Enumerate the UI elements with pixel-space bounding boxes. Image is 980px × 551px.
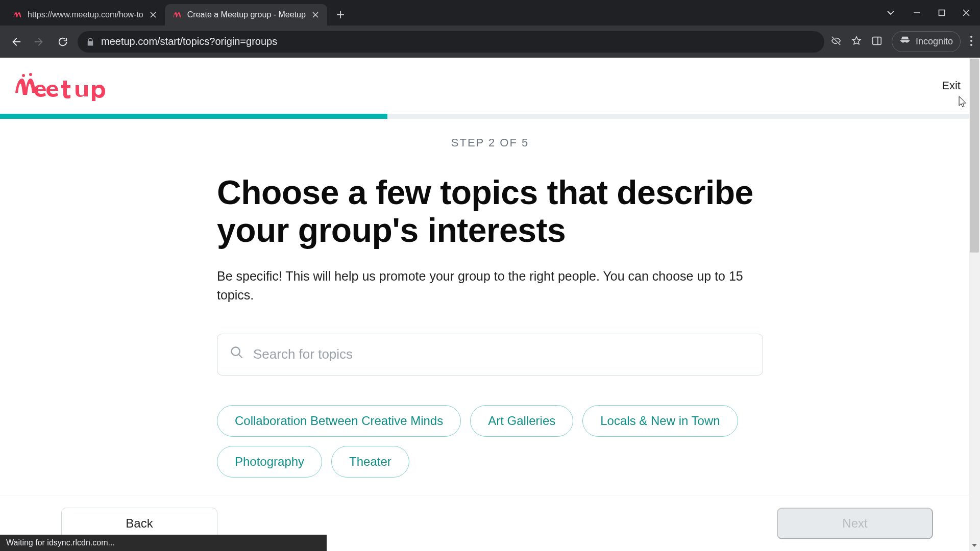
star-icon[interactable] xyxy=(851,35,862,48)
svg-point-6 xyxy=(29,73,32,76)
window-close-icon[interactable] xyxy=(963,9,970,16)
topic-chip[interactable]: Photography xyxy=(217,446,322,478)
viewport: Exit STEP 2 OF 5 Choose a few topics tha… xyxy=(0,58,980,551)
tab-title: https://www.meetup.com/how-to xyxy=(28,10,143,19)
reload-icon[interactable] xyxy=(54,33,71,51)
minimize-icon[interactable] xyxy=(913,9,921,17)
address-bar: meetup.com/start/topics?origin=groups In… xyxy=(0,26,980,58)
next-button[interactable]: Next xyxy=(777,508,933,539)
eye-off-icon[interactable] xyxy=(830,35,842,48)
search-input[interactable] xyxy=(253,346,750,362)
svg-point-3 xyxy=(970,40,972,42)
meetup-favicon-icon xyxy=(12,10,22,20)
omnibox[interactable]: meetup.com/start/topics?origin=groups xyxy=(78,31,824,53)
scroll-down-icon[interactable] xyxy=(969,540,980,551)
panel-icon[interactable] xyxy=(871,35,883,48)
toolbar-right: Incognito xyxy=(830,31,973,52)
svg-point-5 xyxy=(22,74,25,77)
window-controls xyxy=(886,0,980,26)
page-header: Exit xyxy=(0,58,980,114)
maximize-icon[interactable] xyxy=(938,9,945,16)
svg-point-2 xyxy=(970,36,972,38)
status-text: Waiting for idsync.rlcdn.com... xyxy=(0,535,327,551)
search-icon xyxy=(230,345,244,363)
tab-title: Create a Meetup group - Meetup xyxy=(187,10,306,19)
tab-item[interactable]: https://www.meetup.com/how-to xyxy=(5,4,165,26)
step-label: STEP 2 OF 5 xyxy=(217,136,763,149)
forward-icon[interactable] xyxy=(31,33,48,51)
close-icon[interactable] xyxy=(149,10,158,19)
tabs-dropdown-icon[interactable] xyxy=(886,8,895,17)
incognito-label: Incognito xyxy=(916,36,953,47)
topic-chip[interactable]: Art Galleries xyxy=(470,405,573,437)
scroll-thumb[interactable] xyxy=(970,59,979,253)
svg-rect-1 xyxy=(873,37,881,44)
content: STEP 2 OF 5 Choose a few topics that des… xyxy=(217,119,763,478)
svg-rect-0 xyxy=(939,10,945,16)
page-title: Choose a few topics that describe your g… xyxy=(217,174,763,249)
url-text: meetup.com/start/topics?origin=groups xyxy=(101,36,277,47)
back-icon[interactable] xyxy=(7,33,24,51)
svg-point-4 xyxy=(970,44,972,46)
scrollbar[interactable] xyxy=(969,58,980,551)
tab-strip: https://www.meetup.com/how-to Create a M… xyxy=(0,0,980,26)
svg-point-7 xyxy=(232,347,240,356)
cursor-icon xyxy=(958,95,968,111)
incognito-chip[interactable]: Incognito xyxy=(892,31,961,52)
topic-chips: Collaboration Between Creative Minds Art… xyxy=(217,405,763,478)
incognito-icon xyxy=(899,35,911,48)
search-field[interactable] xyxy=(217,334,763,375)
browser-chrome: https://www.meetup.com/how-to Create a M… xyxy=(0,0,980,58)
tab-item[interactable]: Create a Meetup group - Meetup xyxy=(165,4,327,26)
topic-chip[interactable]: Locals & New in Town xyxy=(582,405,738,437)
lock-icon xyxy=(86,37,95,46)
new-tab-button[interactable] xyxy=(331,6,350,24)
exit-link[interactable]: Exit xyxy=(942,79,961,92)
content-wrap: STEP 2 OF 5 Choose a few topics that des… xyxy=(0,119,980,495)
close-icon[interactable] xyxy=(311,10,320,19)
meetup-logo[interactable] xyxy=(12,69,109,102)
page-subtitle: Be specific! This will help us promote y… xyxy=(217,267,763,305)
topic-chip[interactable]: Collaboration Between Creative Minds xyxy=(217,405,461,437)
progress-track xyxy=(0,114,969,119)
kebab-icon[interactable] xyxy=(970,35,973,48)
topic-chip[interactable]: Theater xyxy=(331,446,409,478)
progress-fill xyxy=(0,114,387,119)
meetup-favicon-icon xyxy=(172,10,182,20)
